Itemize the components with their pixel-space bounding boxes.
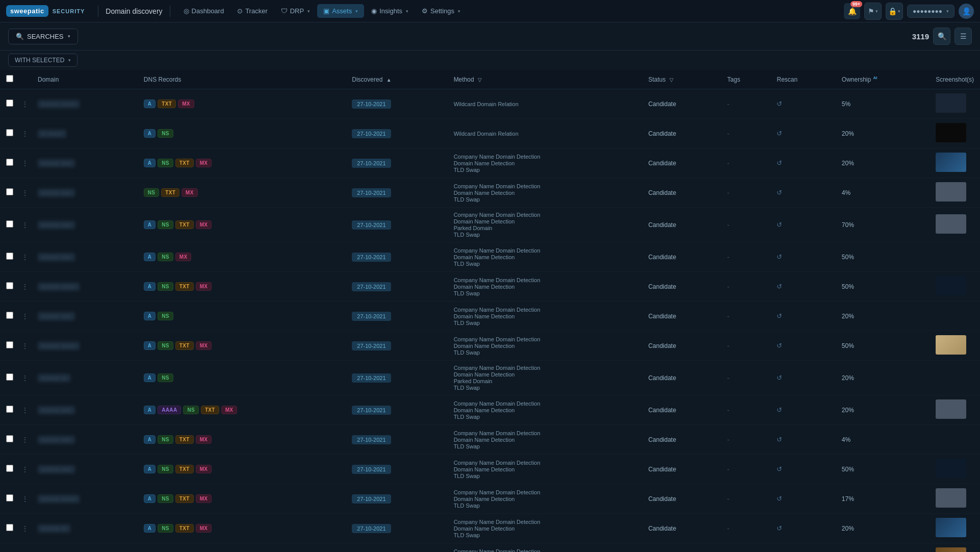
row-checkbox-14[interactable] — [6, 524, 13, 531]
kebab-icon[interactable]: ⋮ — [21, 406, 29, 414]
row-kebab-14[interactable]: ⋮ — [19, 514, 32, 543]
row-rescan-15[interactable]: ↺ — [770, 543, 835, 553]
rescan-icon[interactable]: ↺ — [777, 130, 782, 137]
row-kebab-4[interactable]: ⋮ — [19, 208, 32, 242]
kebab-icon[interactable]: ⋮ — [21, 253, 29, 261]
row-checkbox-4[interactable] — [6, 220, 13, 228]
kebab-icon[interactable]: ⋮ — [21, 465, 29, 473]
header-discovered[interactable]: Discovered ▲ — [346, 70, 447, 89]
nav-tracker[interactable]: ⊙ Tracker — [231, 4, 274, 18]
rescan-icon[interactable]: ↺ — [777, 221, 782, 229]
row-kebab-2[interactable]: ⋮ — [19, 148, 32, 178]
row-checkbox-3[interactable] — [6, 188, 13, 195]
nav-assets[interactable]: ▣ Assets ▾ — [317, 4, 364, 18]
rescan-icon[interactable]: ↺ — [777, 374, 782, 382]
rescan-icon[interactable]: ↺ — [777, 283, 782, 290]
rescan-icon[interactable]: ↺ — [777, 524, 782, 532]
rescan-icon[interactable]: ↺ — [777, 100, 782, 108]
kebab-icon[interactable]: ⋮ — [21, 495, 29, 503]
nav-insights[interactable]: ◉ Insights ▾ — [365, 4, 415, 18]
row-checkbox-7[interactable] — [6, 312, 13, 319]
row-rescan-14[interactable]: ↺ — [770, 514, 835, 543]
with-selected-button[interactable]: WITH SELECTED ▾ — [8, 54, 78, 67]
row-checkbox-13[interactable] — [6, 494, 13, 501]
row-checkbox-9[interactable] — [6, 373, 13, 381]
row-kebab-5[interactable]: ⋮ — [19, 242, 32, 272]
row-kebab-9[interactable]: ⋮ — [19, 361, 32, 395]
row-checkbox-12[interactable] — [6, 465, 13, 472]
select-all-checkbox[interactable] — [6, 75, 13, 82]
rescan-icon[interactable]: ↺ — [777, 159, 782, 167]
header-domain[interactable]: Domain — [32, 70, 138, 89]
search-button[interactable]: 🔍 — [933, 28, 950, 45]
kebab-icon[interactable]: ⋮ — [21, 189, 29, 197]
searches-button[interactable]: 🔍 SEARCHES ▾ — [8, 29, 78, 44]
kebab-icon[interactable]: ⋮ — [21, 374, 29, 382]
lock-button[interactable]: 🔒 ▾ — [886, 3, 903, 20]
nav-settings[interactable]: ⚙ Settings ▾ — [416, 4, 467, 18]
row-rescan-8[interactable]: ↺ — [770, 331, 835, 361]
row-kebab-15[interactable]: ⋮ — [19, 543, 32, 553]
row-kebab-8[interactable]: ⋮ — [19, 331, 32, 361]
row-kebab-12[interactable]: ⋮ — [19, 455, 32, 484]
header-dns[interactable]: DNS Records — [138, 70, 346, 89]
row-rescan-6[interactable]: ↺ — [770, 272, 835, 302]
row-kebab-3[interactable]: ⋮ — [19, 178, 32, 208]
row-checkbox-2[interactable] — [6, 159, 13, 166]
rescan-icon[interactable]: ↺ — [777, 406, 782, 414]
kebab-icon[interactable]: ⋮ — [21, 342, 29, 350]
row-rescan-13[interactable]: ↺ — [770, 484, 835, 514]
row-rescan-7[interactable]: ↺ — [770, 302, 835, 331]
rescan-icon[interactable]: ↺ — [777, 253, 782, 261]
header-rescan[interactable]: Rescan — [770, 70, 835, 89]
rescan-icon[interactable]: ↺ — [777, 436, 782, 443]
kebab-icon[interactable]: ⋮ — [21, 100, 29, 108]
row-checkbox-10[interactable] — [6, 406, 13, 413]
row-checkbox-6[interactable] — [6, 282, 13, 289]
row-rescan-2[interactable]: ↺ — [770, 148, 835, 178]
row-rescan-4[interactable]: ↺ — [770, 208, 835, 242]
rescan-icon[interactable]: ↺ — [777, 465, 782, 473]
kebab-icon[interactable]: ⋮ — [21, 312, 29, 320]
header-ownership[interactable]: Ownership AI — [836, 70, 930, 89]
org-selector[interactable]: ●●●●●●●● ▾ — [907, 5, 955, 18]
rescan-icon[interactable]: ↺ — [777, 495, 782, 503]
row-checkbox-11[interactable] — [6, 435, 13, 442]
row-rescan-1[interactable]: ↺ — [770, 119, 835, 148]
header-tags[interactable]: Tags — [721, 70, 770, 89]
row-rescan-9[interactable]: ↺ — [770, 361, 835, 395]
nav-dashboard[interactable]: ◎ Dashboard — [177, 4, 230, 18]
row-checkbox-1[interactable] — [6, 129, 13, 136]
row-rescan-10[interactable]: ↺ — [770, 395, 835, 425]
header-method[interactable]: Method ▽ — [448, 70, 642, 89]
row-rescan-5[interactable]: ↺ — [770, 242, 835, 272]
row-kebab-11[interactable]: ⋮ — [19, 425, 32, 455]
kebab-icon[interactable]: ⋮ — [21, 221, 29, 229]
kebab-icon[interactable]: ⋮ — [21, 436, 29, 444]
row-kebab-6[interactable]: ⋮ — [19, 272, 32, 302]
rescan-icon[interactable]: ↺ — [777, 312, 782, 320]
row-rescan-12[interactable]: ↺ — [770, 455, 835, 484]
row-kebab-1[interactable]: ⋮ — [19, 119, 32, 148]
row-kebab-0[interactable]: ⋮ — [19, 89, 32, 119]
rescan-icon[interactable]: ↺ — [777, 189, 782, 196]
row-checkbox-5[interactable] — [6, 253, 13, 260]
row-rescan-0[interactable]: ↺ — [770, 89, 835, 119]
row-rescan-3[interactable]: ↺ — [770, 178, 835, 208]
header-screenshots[interactable]: Screenshot(s) — [930, 70, 980, 89]
user-avatar[interactable]: 👤 — [959, 4, 974, 19]
header-status[interactable]: Status ▽ — [642, 70, 721, 89]
kebab-icon[interactable]: ⋮ — [21, 159, 29, 167]
kebab-icon[interactable]: ⋮ — [21, 130, 29, 138]
rescan-icon[interactable]: ↺ — [777, 342, 782, 349]
row-kebab-7[interactable]: ⋮ — [19, 302, 32, 331]
notifications-button[interactable]: 🔔 99+ — [844, 3, 860, 19]
row-rescan-11[interactable]: ↺ — [770, 425, 835, 455]
row-checkbox-8[interactable] — [6, 341, 13, 348]
row-kebab-10[interactable]: ⋮ — [19, 395, 32, 425]
nav-drp[interactable]: 🛡 DRP ▾ — [275, 4, 316, 18]
kebab-icon[interactable]: ⋮ — [21, 283, 29, 291]
row-checkbox-0[interactable] — [6, 99, 13, 107]
kebab-icon[interactable]: ⋮ — [21, 524, 29, 533]
row-kebab-13[interactable]: ⋮ — [19, 484, 32, 514]
